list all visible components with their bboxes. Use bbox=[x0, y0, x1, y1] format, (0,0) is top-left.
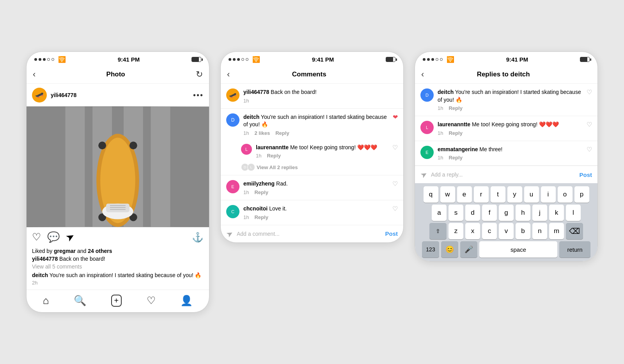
key-w[interactable]: w bbox=[440, 186, 455, 203]
numbers-key[interactable]: 123 bbox=[422, 241, 439, 258]
comment-text: yili464778 Back on the board! bbox=[243, 88, 398, 96]
status-bar-2: 🛜 9:41 PM bbox=[221, 52, 403, 65]
like-button[interactable]: ♡ bbox=[32, 231, 41, 243]
commenter-username: yili464778 bbox=[243, 89, 269, 95]
add-post-button[interactable]: + bbox=[111, 295, 122, 307]
reply-button[interactable]: Reply bbox=[448, 105, 462, 111]
comment-meta: 1h Reply bbox=[243, 189, 388, 195]
key-j[interactable]: j bbox=[532, 205, 547, 221]
more-options-button[interactable]: ••• bbox=[193, 91, 204, 100]
key-r[interactable]: r bbox=[474, 186, 489, 203]
reply-button[interactable]: Reply bbox=[254, 214, 268, 220]
key-m[interactable]: m bbox=[549, 223, 564, 239]
post-reply-button[interactable]: Post bbox=[579, 171, 592, 178]
username[interactable]: yili464778 bbox=[51, 92, 76, 98]
key-l[interactable]: l bbox=[566, 205, 581, 221]
search-tab[interactable]: 🔍 bbox=[74, 295, 86, 307]
caption: yili464778 Back on the board! bbox=[32, 256, 204, 262]
like-icon[interactable]: ♡ bbox=[392, 144, 398, 151]
return-key[interactable]: return bbox=[559, 241, 590, 258]
comment-body: deitch You're such an inspiration! I sta… bbox=[438, 88, 583, 111]
comment-time: 1h bbox=[438, 155, 443, 161]
key-s[interactable]: s bbox=[448, 205, 463, 221]
signal-dot bbox=[427, 58, 430, 61]
add-reply-input[interactable]: Add a reply... bbox=[431, 171, 575, 178]
back-button[interactable]: ‹ bbox=[421, 69, 424, 80]
comment-text: deitch You're such an inspiration! I sta… bbox=[243, 113, 389, 129]
avatar: E bbox=[226, 180, 239, 193]
reply-user: emmatangerine bbox=[438, 146, 478, 152]
reply-row: E emmatangerine Me three! 1h Reply ♡ bbox=[415, 141, 597, 166]
key-v[interactable]: v bbox=[499, 223, 514, 239]
svg-rect-1 bbox=[66, 107, 85, 227]
comment-time: 1h bbox=[243, 189, 249, 195]
key-e[interactable]: e bbox=[457, 186, 472, 203]
key-h[interactable]: h bbox=[516, 205, 530, 221]
reply-button[interactable]: Reply bbox=[448, 130, 462, 136]
add-comment-input[interactable]: Add a comment... bbox=[237, 231, 381, 237]
emoji-key[interactable]: 😊 bbox=[441, 241, 458, 258]
key-d[interactable]: d bbox=[465, 205, 480, 221]
shift-key[interactable]: ⇧ bbox=[429, 223, 447, 239]
bookmark-button[interactable]: ⚓ bbox=[192, 232, 204, 243]
backspace-key[interactable]: ⌫ bbox=[566, 223, 583, 239]
reply-button[interactable]: Reply bbox=[254, 189, 268, 195]
key-b[interactable]: b bbox=[516, 223, 530, 239]
mic-key[interactable]: 🎤 bbox=[460, 241, 477, 258]
avatar: L bbox=[420, 121, 434, 134]
page-title-2: Comments bbox=[292, 71, 326, 78]
like-icon[interactable]: ♡ bbox=[587, 88, 592, 96]
post-caption-area: Liked by gregmar and 24 others yili46477… bbox=[27, 247, 209, 290]
reply-button[interactable]: Reply bbox=[448, 155, 462, 161]
key-f[interactable]: f bbox=[482, 205, 497, 221]
key-q[interactable]: q bbox=[424, 186, 438, 203]
home-tab[interactable]: ⌂ bbox=[43, 295, 49, 307]
key-u[interactable]: u bbox=[524, 186, 539, 203]
comment-text: deitch You're such an inspiration! I sta… bbox=[438, 88, 583, 104]
signal-dot bbox=[233, 58, 236, 61]
status-bar-3: 🛜 9:41 PM bbox=[415, 52, 597, 65]
like-icon[interactable]: ❤ bbox=[393, 113, 398, 121]
comment-button[interactable]: 💬 bbox=[47, 231, 60, 243]
comment-time: 2h bbox=[32, 280, 204, 286]
signal-dot bbox=[34, 58, 37, 61]
key-c[interactable]: c bbox=[482, 223, 497, 239]
key-a[interactable]: a bbox=[432, 205, 447, 221]
avatar: 🛹 bbox=[226, 88, 239, 102]
space-key[interactable]: space bbox=[479, 241, 557, 258]
like-icon[interactable]: ♡ bbox=[587, 121, 592, 128]
reply-button[interactable]: Reply bbox=[267, 153, 280, 159]
view-replies-button[interactable]: D L View All 2 replies bbox=[221, 162, 403, 175]
like-icon[interactable]: ♡ bbox=[392, 180, 398, 187]
post-button[interactable]: Post bbox=[385, 230, 398, 237]
reply-button[interactable]: Reply bbox=[275, 130, 289, 136]
comment-text: laurenanntte Me too! Keep going strong! … bbox=[256, 144, 388, 152]
top-comment-row: 🛹 yili464778 Back on the board! 1h bbox=[221, 84, 403, 108]
key-p[interactable]: p bbox=[574, 186, 589, 203]
signal-dot-empty bbox=[51, 58, 54, 61]
share-button[interactable]: ➤ bbox=[64, 230, 77, 245]
comment-body: deitch You're such an inspiration! I sta… bbox=[243, 113, 389, 136]
back-button[interactable]: ‹ bbox=[227, 69, 230, 80]
like-icon[interactable]: ♡ bbox=[392, 205, 398, 212]
key-z[interactable]: z bbox=[448, 223, 463, 239]
signal-dot bbox=[229, 58, 231, 61]
key-i[interactable]: i bbox=[541, 186, 556, 203]
key-k[interactable]: k bbox=[549, 205, 564, 221]
key-n[interactable]: n bbox=[532, 223, 547, 239]
like-icon[interactable]: ♡ bbox=[587, 146, 592, 153]
refresh-icon[interactable]: ↻ bbox=[196, 69, 203, 80]
notifications-tab[interactable]: ♡ bbox=[147, 295, 156, 307]
key-t[interactable]: t bbox=[491, 186, 505, 203]
view-comments-button[interactable]: View all 5 comments bbox=[32, 263, 204, 270]
key-y[interactable]: y bbox=[507, 186, 522, 203]
profile-tab[interactable]: 👤 bbox=[180, 295, 193, 307]
comment-meta: 1h Reply bbox=[438, 105, 583, 111]
key-g[interactable]: g bbox=[499, 205, 514, 221]
key-x[interactable]: x bbox=[465, 223, 480, 239]
key-o[interactable]: o bbox=[558, 186, 573, 203]
replies-list: D deitch You're such an inspiration! I s… bbox=[415, 84, 597, 166]
comment-text: emmatangerine Me three! bbox=[438, 146, 583, 154]
back-button[interactable]: ‹ bbox=[33, 69, 35, 80]
signal-indicators: 🛜 bbox=[423, 56, 454, 63]
